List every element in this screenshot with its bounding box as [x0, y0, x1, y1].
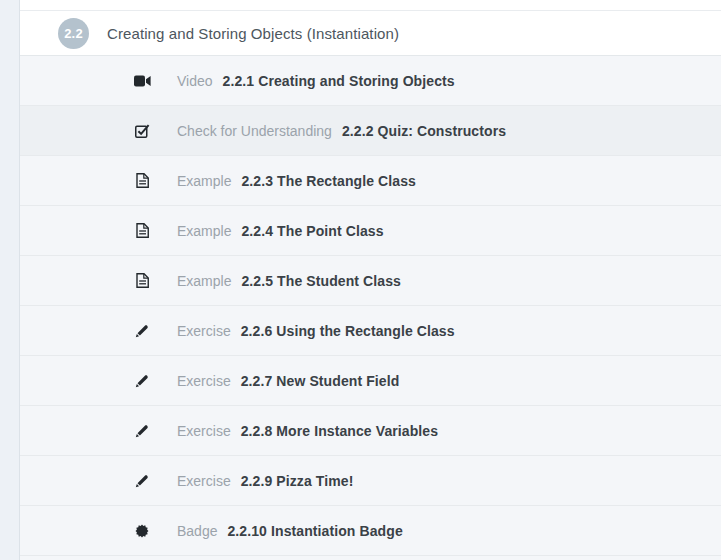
pencil-icon: [133, 324, 151, 338]
badge-icon: [133, 524, 151, 538]
pencil-icon: [133, 474, 151, 488]
lesson-row[interactable]: Exercise 2.2.7 New Student Field: [20, 356, 721, 406]
lesson-row[interactable]: Exercise 2.2.9 Pizza Time!: [20, 456, 721, 506]
lesson-type-label: Video: [177, 73, 213, 89]
lesson-type-label: Exercise: [177, 323, 231, 339]
lesson-row[interactable]: Exercise 2.2.6 Using the Rectangle Class: [20, 306, 721, 356]
lesson-row[interactable]: Video 2.2.1 Creating and Storing Objects: [20, 56, 721, 106]
lesson-title: 2.2.10 Instantiation Badge: [227, 523, 402, 539]
module-number-badge: 2.2: [58, 18, 89, 49]
lesson-title: 2.2.5 The Student Class: [241, 273, 400, 289]
lesson-title: 2.2.7 New Student Field: [241, 373, 400, 389]
module-header-row: 2.2 Creating and Storing Objects (Instan…: [20, 11, 721, 56]
document-icon: [133, 173, 151, 188]
lesson-title: 2.2.1 Creating and Storing Objects: [223, 73, 455, 89]
video-icon: [133, 75, 151, 87]
lesson-title: 2.2.6 Using the Rectangle Class: [241, 323, 455, 339]
lesson-row[interactable]: Check for Understanding 2.2.2 Quiz: Cons…: [20, 106, 721, 156]
lesson-title: 2.2.9 Pizza Time!: [241, 473, 354, 489]
lesson-type-label: Exercise: [177, 473, 231, 489]
course-module-card: 2.2 Creating and Storing Objects (Instan…: [19, 0, 721, 560]
lesson-list: Video 2.2.1 Creating and Storing Objects…: [20, 56, 721, 556]
previous-section-edge: [20, 0, 721, 11]
module-title: Creating and Storing Objects (Instantiat…: [107, 25, 399, 42]
lesson-title: 2.2.2 Quiz: Constructors: [342, 123, 506, 139]
pencil-icon: [133, 374, 151, 388]
lesson-type-label: Example: [177, 173, 231, 189]
lesson-type-label: Exercise: [177, 373, 231, 389]
lesson-title: 2.2.4 The Point Class: [241, 223, 383, 239]
lesson-row[interactable]: Badge 2.2.10 Instantiation Badge: [20, 506, 721, 556]
lesson-type-label: Example: [177, 223, 231, 239]
lesson-type-label: Example: [177, 273, 231, 289]
document-icon: [133, 223, 151, 238]
lesson-row[interactable]: Example 2.2.4 The Point Class: [20, 206, 721, 256]
lesson-type-label: Check for Understanding: [177, 123, 332, 139]
document-icon: [133, 273, 151, 288]
pencil-icon: [133, 424, 151, 438]
lesson-title: 2.2.3 The Rectangle Class: [241, 173, 415, 189]
lesson-title: 2.2.8 More Instance Variables: [241, 423, 438, 439]
next-section-edge: [20, 556, 721, 560]
checkbox-icon: [133, 124, 151, 138]
lesson-type-label: Exercise: [177, 423, 231, 439]
lesson-row[interactable]: Example 2.2.5 The Student Class: [20, 256, 721, 306]
lesson-row[interactable]: Exercise 2.2.8 More Instance Variables: [20, 406, 721, 456]
lesson-row[interactable]: Example 2.2.3 The Rectangle Class: [20, 156, 721, 206]
lesson-type-label: Badge: [177, 523, 217, 539]
